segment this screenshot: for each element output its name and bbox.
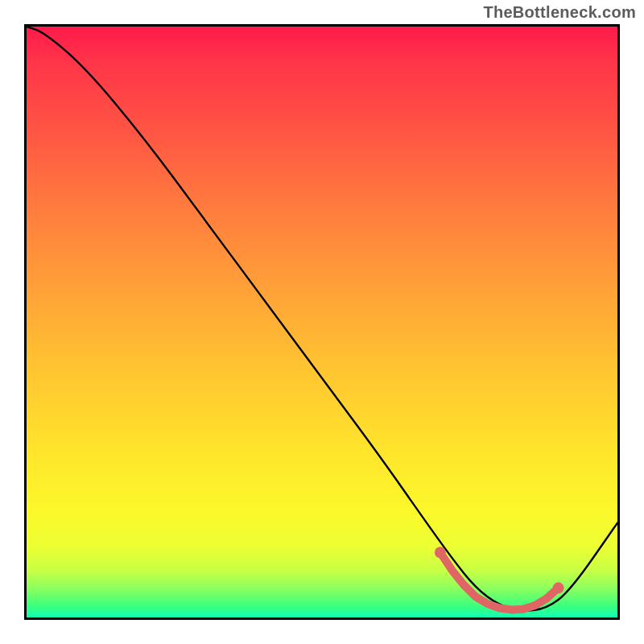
chart-overlay	[27, 27, 617, 617]
watermark-text: TheBottleneck.com	[483, 3, 636, 22]
chart-container: TheBottleneck.com	[0, 0, 644, 644]
bottleneck-curve-line	[27, 27, 617, 610]
highlight-end-dot	[435, 547, 446, 558]
highlight-end-dot	[553, 582, 564, 593]
flat-bottom-highlight	[435, 547, 564, 609]
plot-area	[24, 24, 620, 620]
highlight-stroke	[440, 552, 559, 609]
